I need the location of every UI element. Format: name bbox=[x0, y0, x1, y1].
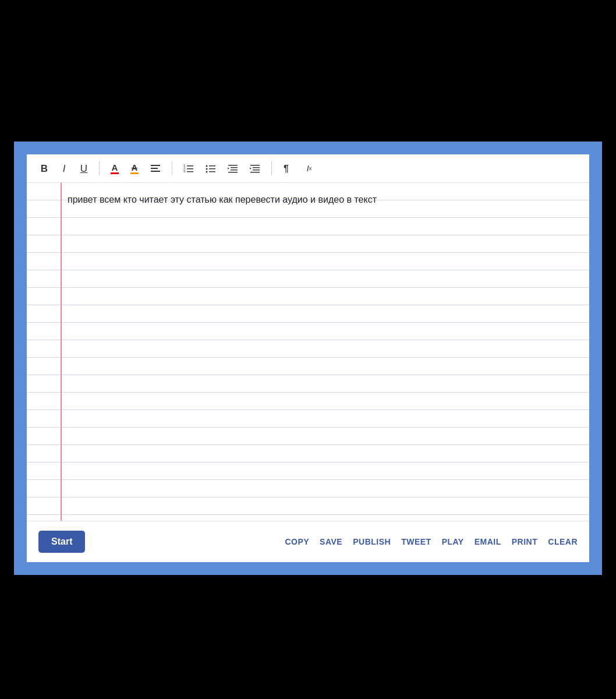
svg-rect-21 bbox=[253, 167, 260, 168]
svg-text:¶: ¶ bbox=[284, 164, 289, 174]
svg-rect-7 bbox=[187, 168, 193, 170]
color-bar bbox=[111, 172, 119, 174]
svg-rect-1 bbox=[151, 168, 158, 169]
svg-point-11 bbox=[206, 171, 208, 173]
align-menu-button[interactable] bbox=[146, 160, 165, 176]
ordered-list-icon: 1. 2. 3. bbox=[183, 163, 194, 174]
font-color-button[interactable]: A bbox=[107, 160, 123, 176]
svg-rect-6 bbox=[187, 165, 193, 167]
font-color-icon: A bbox=[111, 163, 119, 174]
svg-marker-24 bbox=[250, 168, 252, 170]
print-link[interactable]: PRINT bbox=[512, 537, 538, 546]
svg-rect-20 bbox=[250, 165, 260, 166]
toolbar: B I U A A bbox=[27, 154, 589, 183]
unordered-list-button[interactable] bbox=[201, 160, 220, 176]
outdent-button[interactable] bbox=[224, 160, 242, 176]
indent-button[interactable] bbox=[246, 160, 264, 176]
play-link[interactable]: PLAY bbox=[442, 537, 464, 546]
copy-link[interactable]: COPY bbox=[285, 537, 309, 546]
paragraph-icon: ¶ bbox=[282, 163, 294, 174]
svg-point-9 bbox=[206, 165, 208, 167]
svg-rect-0 bbox=[151, 165, 160, 166]
margin-line bbox=[27, 183, 62, 521]
svg-rect-22 bbox=[253, 170, 260, 171]
svg-marker-19 bbox=[228, 168, 229, 170]
publish-link[interactable]: PUBLISH bbox=[353, 537, 391, 546]
writing-area: привет всем кто читает эту статью как пе… bbox=[27, 183, 589, 521]
bottom-bar: Start COPY SAVE PUBLISH TWEET PLAY EMAIL… bbox=[27, 521, 589, 562]
editor-container: B I U A A bbox=[27, 154, 589, 562]
outer-wrapper: B I U A A bbox=[14, 142, 602, 575]
tweet-link[interactable]: TWEET bbox=[401, 537, 431, 546]
svg-point-10 bbox=[206, 168, 208, 170]
action-links: COPY SAVE PUBLISH TWEET PLAY EMAIL PRINT… bbox=[285, 537, 578, 546]
unordered-list-icon bbox=[205, 163, 217, 174]
svg-rect-13 bbox=[209, 168, 215, 170]
clear-link[interactable]: CLEAR bbox=[548, 537, 578, 546]
clear-format-button[interactable]: Ix bbox=[301, 160, 317, 176]
font-highlight-button[interactable]: A bbox=[126, 160, 143, 176]
underline-button[interactable]: U bbox=[76, 160, 92, 176]
text-content-area[interactable]: привет всем кто читает эту статью как пе… bbox=[68, 183, 580, 521]
ordered-list-button[interactable]: 1. 2. 3. bbox=[179, 160, 198, 176]
svg-rect-12 bbox=[209, 165, 215, 167]
svg-rect-2 bbox=[151, 171, 160, 172]
font-highlight-icon: A bbox=[130, 163, 139, 174]
align-icon bbox=[150, 163, 161, 174]
editor-text: привет всем кто читает эту статью как пе… bbox=[68, 195, 377, 204]
svg-text:3.: 3. bbox=[183, 170, 186, 173]
svg-rect-17 bbox=[231, 170, 238, 171]
email-link[interactable]: EMAIL bbox=[475, 537, 501, 546]
indent-icon bbox=[249, 163, 261, 174]
outdent-icon bbox=[227, 163, 239, 174]
svg-rect-14 bbox=[209, 171, 215, 172]
start-button[interactable]: Start bbox=[38, 531, 85, 553]
bold-button[interactable]: B bbox=[36, 160, 52, 176]
svg-rect-8 bbox=[187, 171, 193, 172]
toolbar-separator-3 bbox=[271, 161, 272, 175]
italic-button[interactable]: I bbox=[56, 160, 72, 176]
svg-rect-18 bbox=[228, 172, 238, 173]
svg-rect-15 bbox=[228, 165, 238, 166]
paragraph-button[interactable]: ¶ bbox=[279, 160, 298, 176]
toolbar-separator-2 bbox=[172, 161, 172, 175]
save-link[interactable]: SAVE bbox=[320, 537, 342, 546]
svg-rect-23 bbox=[250, 172, 260, 173]
svg-rect-16 bbox=[231, 167, 238, 168]
toolbar-separator-1 bbox=[99, 161, 100, 175]
hl-bar bbox=[130, 172, 139, 174]
